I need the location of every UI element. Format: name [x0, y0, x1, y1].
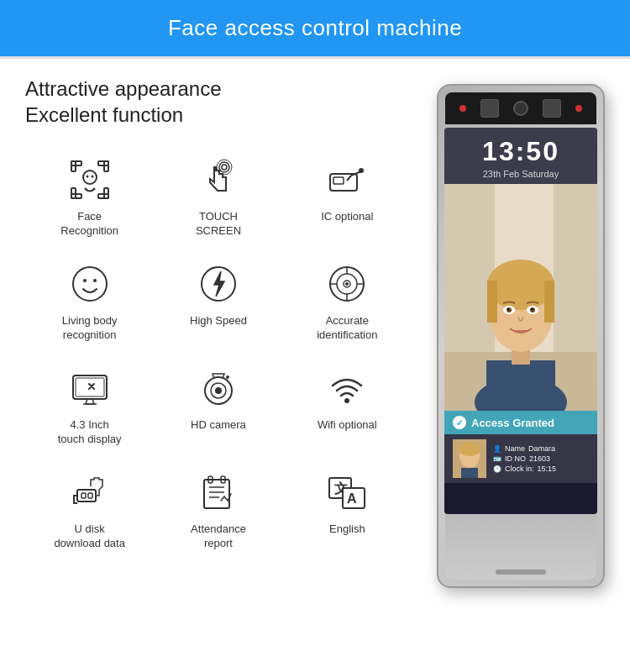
touch-screen-label: TOUCHSCREEN — [196, 210, 241, 239]
feature-ic-optional: IC optional — [283, 148, 412, 249]
svg-point-24 — [345, 282, 349, 286]
face-recognition-label: FaceRecognition — [60, 210, 118, 239]
features-grid: FaceRecognition TOUCHSCREEN — [25, 148, 412, 560]
access-text: Access Granted — [471, 417, 554, 429]
thumbnail-svg — [453, 439, 486, 478]
user-details: 👤 Name Damara 🪪 ID NO 21603 🕐 Clock in: — [493, 444, 556, 473]
screen-time: 13:50 — [454, 136, 587, 167]
svg-point-12 — [219, 162, 229, 172]
high-speed-label: High Speed — [190, 314, 247, 328]
attendance-icon — [195, 469, 242, 516]
tagline-line2: Excellent function — [25, 103, 183, 126]
svg-rect-69 — [461, 468, 478, 478]
svg-point-9 — [86, 176, 88, 178]
screen-date: 23th Feb Saturday — [454, 169, 587, 179]
user-id-val: 21603 — [529, 454, 550, 463]
user-clock-label: Clock in: — [505, 465, 534, 473]
accurate-label: Accurateidentification — [317, 314, 377, 343]
device-illustration: 13:50 23th Feb Saturday — [437, 84, 605, 588]
usb-icon — [66, 469, 113, 516]
svg-rect-39 — [204, 480, 229, 508]
face-photo-area — [444, 184, 597, 411]
english-icon: 文 A — [323, 469, 370, 516]
header-title: Face access control machine — [168, 15, 462, 40]
feature-english: 文 A English — [283, 460, 412, 561]
svg-point-16 — [359, 168, 364, 173]
svg-point-8 — [83, 171, 97, 184]
device-screen: 13:50 23th Feb Saturday — [444, 128, 597, 514]
user-id-label: ID NO — [505, 454, 526, 463]
svg-point-62 — [507, 308, 509, 310]
touch-display-label: 4.3 Inchtouch display — [58, 418, 122, 447]
ic-optional-label: IC optional — [321, 210, 373, 224]
svg-rect-37 — [81, 493, 86, 498]
user-name-row: 👤 Name Damara — [493, 444, 556, 453]
device-bottom — [445, 514, 596, 580]
svg-rect-54 — [486, 360, 555, 411]
feature-usb: U diskdownload data — [25, 460, 154, 561]
sensor-right — [543, 99, 561, 118]
tagline-line1: Attractive appearance — [25, 77, 221, 100]
led-left — [459, 105, 466, 112]
svg-point-10 — [91, 176, 93, 178]
svg-rect-15 — [333, 177, 344, 184]
feature-touch-screen: TOUCHSCREEN — [154, 148, 282, 249]
svg-rect-58 — [487, 281, 497, 323]
svg-point-18 — [83, 279, 87, 282]
feature-high-speed: High Speed — [154, 252, 282, 353]
feature-touch-display: 4.3 Inchtouch display — [25, 356, 154, 457]
device-panel: 13:50 23th Feb Saturday — [428, 76, 613, 588]
user-name-val: Damara — [528, 444, 555, 453]
feature-face-recognition: FaceRecognition — [25, 148, 154, 249]
face-background — [444, 184, 597, 411]
face-recognition-icon — [66, 156, 113, 203]
feature-hd-camera: HD camera — [154, 356, 282, 457]
svg-rect-38 — [88, 493, 92, 498]
feature-attendance: Attendancereport — [154, 460, 282, 561]
wifi-label: Wifi optional — [318, 418, 377, 433]
feature-accurate: Accurateidentification — [283, 252, 412, 353]
svg-point-35 — [344, 398, 349, 403]
access-granted-bar: ✓ Access Granted — [444, 411, 597, 434]
high-speed-icon — [195, 260, 242, 307]
page-header: Face access control machine — [0, 0, 630, 56]
screen-header: 13:50 23th Feb Saturday — [444, 128, 597, 184]
wifi-icon — [323, 365, 370, 412]
face-photo-svg — [444, 184, 597, 411]
svg-point-33 — [215, 387, 222, 394]
accurate-icon — [323, 260, 370, 307]
usb-label: U diskdownload data — [54, 522, 125, 551]
feature-wifi: Wifi optional — [283, 356, 412, 457]
features-panel: Attractive appearance Excellent function — [25, 76, 412, 588]
device-button — [496, 570, 546, 575]
feature-living-body: Living bodyrecognition — [25, 252, 154, 353]
clock-icon: 🕐 — [493, 465, 501, 473]
led-right — [575, 105, 582, 112]
attendance-label: Attendancereport — [191, 522, 246, 551]
name-icon: 👤 — [493, 445, 501, 453]
touch-display-icon — [66, 365, 113, 412]
living-body-label: Living bodyrecognition — [62, 314, 118, 343]
svg-point-34 — [226, 375, 229, 379]
access-check-icon: ✓ — [453, 416, 466, 429]
sensor-bar — [445, 92, 596, 124]
svg-point-68 — [459, 443, 480, 456]
svg-point-65 — [531, 308, 533, 310]
svg-point-11 — [222, 165, 227, 170]
user-clock-val: 15:15 — [538, 465, 557, 473]
svg-point-64 — [530, 307, 535, 312]
living-body-icon — [66, 260, 113, 307]
id-icon: 🪪 — [493, 455, 501, 463]
sensor-left — [480, 99, 499, 118]
svg-point-17 — [73, 267, 107, 301]
tagline: Attractive appearance Excellent function — [25, 76, 412, 128]
svg-point-19 — [93, 279, 97, 282]
svg-point-61 — [507, 307, 512, 312]
user-id-row: 🪪 ID NO 21603 — [493, 454, 556, 463]
svg-rect-59 — [544, 281, 554, 323]
hd-camera-icon — [195, 365, 242, 412]
main-content: Attractive appearance Excellent function — [0, 59, 630, 596]
english-label: English — [329, 522, 365, 537]
hd-camera-label: HD camera — [191, 418, 246, 433]
user-name-label: Name — [505, 444, 525, 453]
